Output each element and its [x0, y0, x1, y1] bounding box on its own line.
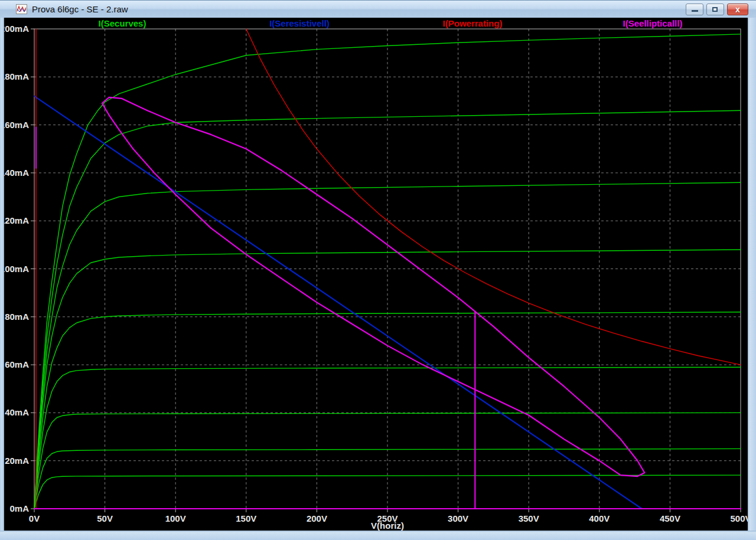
minimize-button[interactable] — [686, 4, 703, 15]
legend-item-1[interactable]: I(Securves) — [99, 18, 146, 28]
app-window: { "window": { "title": "Prova 6l6gc - SE… — [0, 0, 756, 540]
y-tick-label: 60mA — [5, 359, 29, 369]
plot-canvas: 0V50V100V150V200V250V300V350V400V450V500… — [4, 18, 748, 531]
window-border-left — [0, 18, 4, 540]
x-axis-title: V(horiz) — [34, 521, 741, 531]
legend-item-3[interactable]: I(Powerrating) — [443, 18, 503, 28]
y-tick-label: 160mA — [4, 120, 29, 130]
window-border-bottom — [0, 531, 756, 540]
trace-iseellipticalll — [102, 97, 645, 476]
y-tick-label: 100mA — [4, 264, 29, 274]
window-title: Prova 6l6gc - SE - 2.raw — [32, 4, 128, 14]
restore-icon — [712, 7, 718, 12]
y-tick-label: 120mA — [4, 215, 29, 225]
minimize-icon — [692, 10, 698, 12]
window-border-right — [748, 18, 756, 540]
waveform-plot-pane[interactable]: 0V50V100V150V200V250V300V350V400V450V500… — [4, 18, 748, 531]
y-tick-label: 180mA — [4, 71, 29, 81]
waveform-app-icon — [16, 4, 27, 14]
maximize-button[interactable] — [706, 4, 724, 15]
title-bar[interactable]: Prova 6l6gc - SE - 2.raw x — [0, 0, 756, 18]
y-tick-label: 0mA — [9, 503, 29, 513]
y-tick-label: 140mA — [4, 168, 29, 178]
y-tick-label: 20mA — [5, 456, 29, 466]
legend-item-4[interactable]: I(Seellipticalll) — [623, 18, 683, 28]
y-tick-label: 80mA — [5, 312, 29, 322]
legend-item-2[interactable]: I(Seresistivell) — [269, 18, 330, 28]
trace-legend: I(Securves)I(Seresistivell)I(Powerrating… — [0, 18, 756, 29]
close-icon: x — [728, 4, 748, 15]
close-button[interactable]: x — [727, 4, 748, 15]
y-tick-label: 40mA — [5, 407, 29, 417]
trace-iseresistivell — [34, 96, 642, 509]
